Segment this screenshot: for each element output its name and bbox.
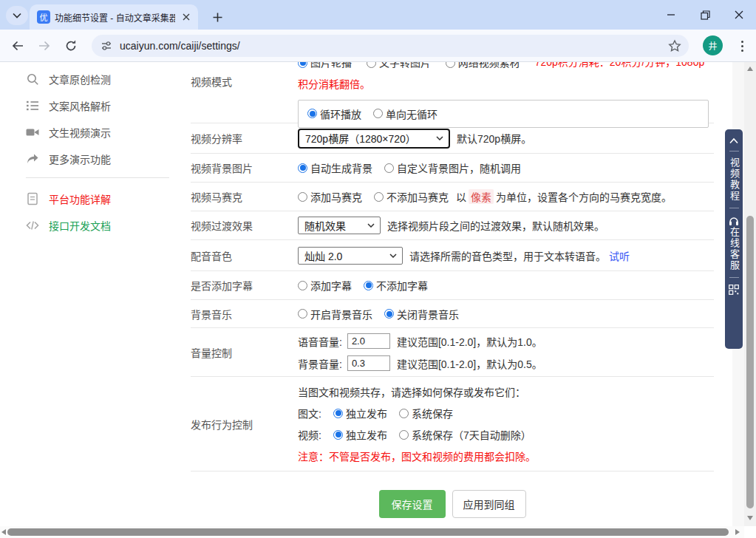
radio-web-video-material[interactable]: 网络视频素材 [446, 62, 520, 74]
collapse-chevron-up-icon[interactable] [729, 137, 739, 144]
chevron-down-icon [13, 13, 21, 18]
close-icon [735, 10, 743, 19]
radio-video-independent[interactable]: 独立发布 [333, 427, 387, 442]
radio-video-system-save[interactable]: 系统保存（7天自动删除） [399, 427, 531, 442]
tab-close-button[interactable] [180, 11, 192, 24]
scroll-up-arrow[interactable] [747, 67, 753, 71]
field-label-publish: 发布行为控制 [191, 377, 298, 471]
horizontal-scrollbar[interactable] [0, 526, 744, 538]
panel-divider [729, 277, 739, 278]
radio-circle [298, 192, 307, 202]
radio-text-to-image[interactable]: 文字转图片 [367, 62, 431, 74]
radio-loop-play[interactable]: 循环播放 [307, 106, 361, 121]
form-row-video-mode: 视频模式 图片轮播 文字转图片 网络视频素材 720p积分消耗：20积分/分钟，… [191, 62, 714, 123]
radio-add-subtitle[interactable]: 添加字幕 [298, 278, 352, 293]
scroll-down-arrow[interactable] [747, 516, 753, 520]
sidebar-item-platform-features[interactable]: 平台功能详解 [26, 185, 169, 212]
resolution-select[interactable]: 720p横屏（1280×720） [298, 129, 450, 149]
browser-titlebar: 优 功能细节设置 - 自动文章采集器 [0, 0, 756, 30]
form-row-bgm: 背景音乐 开启背景音乐 关闭背景音乐 [191, 300, 714, 328]
sidebar-item-label: 接口开发文档 [49, 218, 111, 233]
radio-no-subtitle[interactable]: 不添加字幕 [364, 278, 428, 293]
bookmark-star-icon[interactable] [668, 39, 681, 52]
vertical-scrollbar[interactable] [744, 62, 756, 526]
new-tab-button[interactable] [208, 7, 227, 27]
mosaic-hint-prefix: 以 [456, 189, 466, 204]
sidebar-item-style-analysis[interactable]: 文案风格解析 [26, 92, 169, 119]
voice-volume-hint: 建议范围[0.1-2.0]，默认为1.0。 [397, 334, 542, 349]
video-tutorial-link[interactable]: 视频教程 [725, 157, 743, 202]
radio-bgm-off[interactable]: 关闭背景音乐 [384, 307, 459, 321]
reload-button[interactable] [62, 37, 80, 55]
voice-preview-link[interactable]: 试听 [609, 248, 630, 263]
voice-volume-input[interactable] [347, 333, 390, 349]
radio-circle [373, 109, 383, 118]
radio-circle [298, 163, 307, 173]
field-label-voice: 配音音色 [191, 240, 298, 270]
sidebar-item-label: 平台功能详解 [49, 191, 111, 206]
site-settings-icon [101, 40, 112, 52]
sidebar-item-more-demos[interactable]: 更多演示功能 [26, 146, 169, 172]
page-content: 文章原创检测 文案风格解析 文生视频演示 更多演示功能 平台功能详解 接口开发文… [0, 62, 756, 538]
forward-button[interactable] [35, 37, 53, 55]
vertical-scroll-thumb[interactable] [746, 216, 754, 508]
radio-custom-background[interactable]: 自定义背景图片，随机调用 [384, 160, 521, 175]
forward-arrow-icon [38, 39, 51, 52]
plus-icon [213, 13, 222, 22]
form-row-volume: 音量控制 语音音量: 建议范围[0.1-2.0]，默认为1.0。 背景音量: 建… [191, 328, 714, 377]
qr-code-icon[interactable] [729, 285, 739, 295]
browser-menu-button[interactable] [735, 37, 749, 55]
radio-image-carousel[interactable]: 图片轮播 [298, 62, 352, 74]
browser-tab[interactable]: 优 功能细节设置 - 自动文章采集器 [30, 4, 198, 30]
scroll-right-arrow[interactable] [735, 529, 740, 535]
radio-tuwen-system-save[interactable]: 系统保存 [399, 406, 453, 420]
sidebar-item-originality-check[interactable]: 文章原创检测 [26, 66, 169, 92]
radio-add-mosaic[interactable]: 添加马赛克 [298, 189, 362, 204]
select-value: 随机效果 [304, 218, 346, 233]
radio-no-mosaic[interactable]: 不添加马赛克 [374, 189, 449, 204]
sidebar-item-text-to-video-demo[interactable]: 文生视频演示 [26, 119, 169, 146]
transition-select[interactable]: 随机效果 [298, 217, 381, 234]
bgm-volume-input[interactable] [347, 355, 390, 371]
field-label-subtitle: 是否添加字幕 [191, 271, 298, 299]
radio-circle [446, 62, 455, 68]
minimize-button[interactable] [654, 0, 688, 30]
panel-divider [729, 151, 739, 151]
scroll-left-arrow[interactable] [1, 529, 6, 535]
sidebar-item-api-docs[interactable]: 接口开发文档 [26, 212, 169, 239]
form-row-publish: 发布行为控制 当图文和视频共存，请选择如何保存或发布它们： 图文: 独立发布 系… [191, 377, 714, 471]
select-value: 720p横屏（1280×720） [305, 131, 416, 146]
restore-button[interactable] [688, 0, 722, 30]
save-settings-button[interactable]: 保存设置 [379, 490, 446, 518]
publish-video-label: 视频: [298, 427, 333, 442]
back-button[interactable] [9, 37, 27, 55]
online-service-link[interactable]: 在线客服 [725, 227, 743, 271]
back-arrow-icon [11, 39, 24, 52]
radio-circle [374, 192, 384, 202]
radio-bgm-on[interactable]: 开启背景音乐 [298, 307, 372, 321]
radio-circle [399, 430, 409, 440]
field-label-mosaic: 视频马赛克 [191, 183, 298, 211]
loop-options-box: 循环播放 单向无循环 [298, 100, 709, 128]
sidebar-item-label: 文章原创检测 [49, 72, 111, 86]
radio-auto-background[interactable]: 自动生成背景 [298, 160, 372, 175]
video-source-options: 图片轮播 文字转图片 网络视频素材 720p积分消耗：20积分/分钟，1080p… [298, 62, 714, 95]
close-window-button[interactable] [722, 0, 756, 30]
select-value: 灿灿 2.0 [304, 248, 342, 263]
voice-select[interactable]: 灿灿 2.0 [298, 247, 403, 265]
tab-search-button[interactable] [6, 6, 28, 25]
voice-volume-label: 语音音量: [298, 334, 342, 349]
radio-no-loop[interactable]: 单向无循环 [373, 106, 437, 121]
horizontal-scroll-thumb[interactable] [7, 528, 729, 536]
field-label-bgm: 背景音乐 [191, 300, 298, 327]
profile-avatar[interactable]: 井 [703, 35, 723, 55]
url-address-bar[interactable]: ucaiyun.com/caiji/settings/ [92, 35, 689, 57]
close-icon [183, 13, 190, 21]
form-row-transition: 视频过渡效果 随机效果 选择视频片段之间的过渡效果，默认随机效果。 [191, 211, 714, 240]
ordered-list-icon [26, 99, 39, 112]
apply-to-group-button[interactable]: 应用到同组 [452, 490, 526, 518]
publish-intro: 当图文和视频共存，请选择如何保存或发布它们： [298, 384, 525, 399]
field-label-video-mode: 视频模式 [191, 74, 298, 89]
browser-toolbar: ucaiyun.com/caiji/settings/ 井 [0, 30, 756, 62]
radio-tuwen-independent[interactable]: 独立发布 [333, 406, 387, 420]
